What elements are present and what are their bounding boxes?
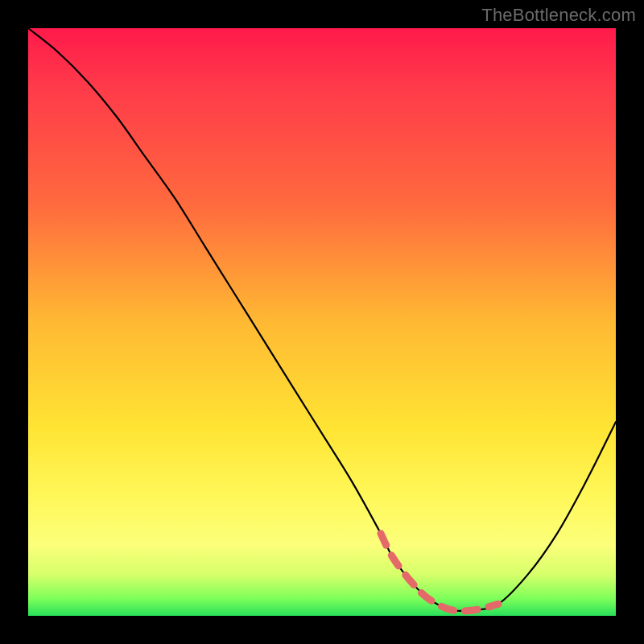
recommended-range-marker [381, 534, 498, 611]
bottleneck-curve [28, 28, 616, 611]
curve-svg [28, 28, 616, 616]
plot-area [28, 28, 616, 616]
watermark-text: TheBottleneck.com [481, 5, 636, 26]
chart-frame: TheBottleneck.com [0, 0, 644, 644]
